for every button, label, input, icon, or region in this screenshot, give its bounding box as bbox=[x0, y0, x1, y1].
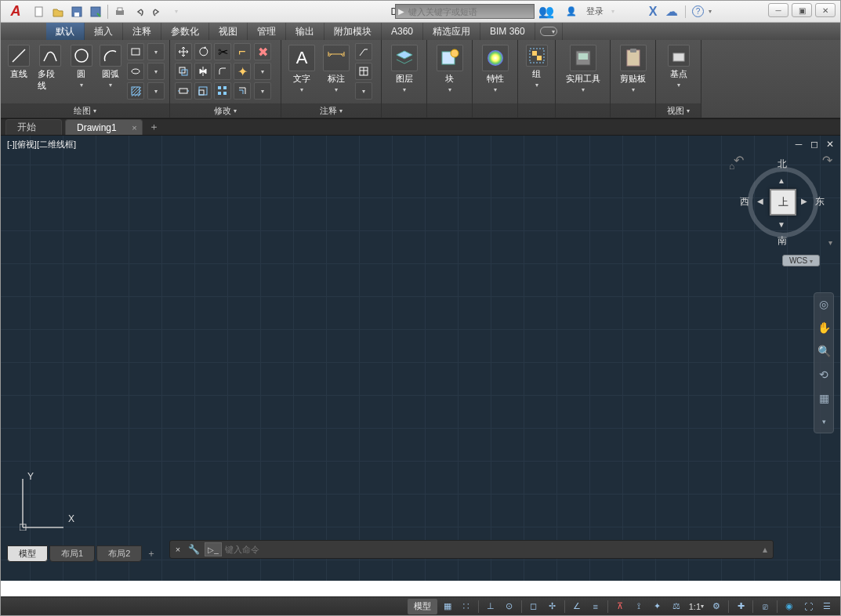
vc-face-top[interactable]: 上 bbox=[770, 189, 796, 216]
login-label[interactable]: 登录 bbox=[586, 5, 604, 17]
save-icon[interactable] bbox=[68, 3, 85, 20]
app-logo[interactable]: A bbox=[4, 2, 27, 22]
trim2-icon[interactable]: ⌐ bbox=[234, 43, 251, 60]
qp-icon[interactable]: ⟟ bbox=[630, 599, 647, 614]
maximize-button[interactable]: ▣ bbox=[792, 3, 812, 17]
mirror-icon[interactable] bbox=[194, 63, 212, 80]
utilities-button[interactable]: 实用工具▾ bbox=[564, 43, 603, 95]
tab-view[interactable]: 视图 bbox=[209, 23, 248, 40]
ann3-icon[interactable]: ▾ bbox=[355, 82, 372, 100]
command-input[interactable] bbox=[225, 545, 757, 554]
array-icon[interactable] bbox=[214, 82, 231, 100]
search-box[interactable]: ▶ bbox=[395, 4, 535, 19]
new-tab-button[interactable]: ＋ bbox=[146, 119, 163, 135]
layout-add-button[interactable]: ＋ bbox=[143, 547, 159, 560]
tab-parametric[interactable]: 参数化 bbox=[161, 23, 209, 40]
qat-dropdown-icon[interactable]: ▾ bbox=[168, 3, 185, 20]
scale-icon[interactable] bbox=[194, 82, 212, 100]
offset-icon[interactable] bbox=[234, 82, 251, 100]
dim-button[interactable]: 标注▾ bbox=[321, 43, 352, 95]
hatch2-icon[interactable]: ▾ bbox=[147, 82, 165, 100]
wcs-badge[interactable]: WCS ▾ bbox=[782, 255, 820, 266]
hatch-icon[interactable] bbox=[127, 82, 144, 100]
filetab-drawing1[interactable]: Drawing1× bbox=[65, 119, 143, 135]
people-icon[interactable]: 👥 bbox=[539, 5, 553, 19]
pan-icon[interactable]: ✋ bbox=[816, 320, 832, 335]
fillet-icon[interactable] bbox=[214, 63, 231, 80]
base-button[interactable]: 基点▾ bbox=[665, 43, 692, 90]
tab-a360[interactable]: A360 bbox=[382, 23, 423, 40]
tab-pill[interactable]: ▾ bbox=[535, 23, 563, 40]
ellipse-icon[interactable] bbox=[127, 63, 144, 80]
custom-icon[interactable]: ☰ bbox=[818, 599, 836, 614]
monitor-icon[interactable]: ⎚ bbox=[756, 599, 774, 614]
showmotion-icon[interactable]: ▦ bbox=[816, 390, 832, 406]
vc-east[interactable]: 东 bbox=[815, 195, 825, 208]
undo-icon[interactable] bbox=[130, 3, 147, 20]
otrack-icon[interactable]: ∠ bbox=[568, 599, 585, 614]
viewport-label[interactable]: [-][俯视][二维线框] bbox=[7, 139, 76, 150]
open-icon[interactable] bbox=[49, 3, 67, 20]
polyline-button[interactable]: 多段线 bbox=[35, 43, 65, 93]
gear-icon[interactable]: ⚙ bbox=[708, 599, 725, 614]
tab-insert[interactable]: 插入 bbox=[85, 23, 123, 40]
vc-up-arrow[interactable]: ▲ bbox=[778, 176, 785, 185]
group-button[interactable]: 组▾ bbox=[524, 43, 550, 90]
drawing-canvas[interactable]: [-][俯视][二维线框] ─ ◻ ✕ ⌂ ↶ ↷ 北 南 东 西 上 ▲ ▼ … bbox=[1, 136, 840, 581]
saveas-icon[interactable] bbox=[87, 3, 104, 20]
explode-icon[interactable]: ✦ bbox=[234, 63, 251, 80]
rotate-icon[interactable] bbox=[194, 43, 212, 60]
vp-close-icon[interactable]: ✕ bbox=[825, 139, 836, 150]
layout-model[interactable]: 模型 bbox=[7, 545, 48, 562]
trim-icon[interactable]: ✂ bbox=[214, 43, 231, 60]
redo-icon[interactable] bbox=[149, 3, 166, 20]
vc-north[interactable]: 北 bbox=[778, 158, 787, 171]
vc-right-arrow[interactable]: ▶ bbox=[801, 197, 807, 205]
nav-menu-icon[interactable]: ▾ bbox=[816, 414, 832, 429]
vc-down-arrow[interactable]: ▼ bbox=[778, 220, 785, 229]
zoom-icon[interactable]: 🔍 bbox=[816, 343, 832, 359]
layout-2[interactable]: 布局2 bbox=[96, 545, 142, 562]
spline-icon[interactable]: ▾ bbox=[147, 43, 165, 60]
ortho-icon[interactable]: ⊥ bbox=[482, 599, 499, 614]
osnap-icon[interactable]: ◻ bbox=[525, 599, 542, 614]
lwt-icon[interactable]: ≡ bbox=[587, 599, 604, 614]
copy-icon[interactable] bbox=[175, 63, 192, 80]
vp-max-icon[interactable]: ◻ bbox=[809, 139, 820, 150]
layout-1[interactable]: 布局1 bbox=[49, 545, 95, 562]
user-icon[interactable]: 👤 bbox=[564, 5, 578, 19]
modify2-icon[interactable]: ▾ bbox=[254, 63, 271, 80]
clean-icon[interactable]: ⛶ bbox=[799, 599, 817, 614]
scale-display[interactable]: 1:1 ▾ bbox=[687, 599, 706, 614]
vp-min-icon[interactable]: ─ bbox=[793, 139, 804, 150]
osnap3d-icon[interactable]: ✢ bbox=[544, 599, 561, 614]
annoscale-icon[interactable]: ⚖ bbox=[668, 599, 685, 614]
arc-button[interactable]: 圆弧▾ bbox=[97, 43, 124, 90]
table-icon[interactable] bbox=[355, 63, 372, 80]
close-tab-icon[interactable]: × bbox=[132, 123, 136, 132]
erase-icon[interactable]: ✖ bbox=[254, 43, 271, 60]
leader-icon[interactable] bbox=[355, 43, 372, 60]
properties-button[interactable]: 特性▾ bbox=[480, 43, 511, 95]
tpy-icon[interactable]: ⊼ bbox=[611, 599, 629, 614]
vc-left-arrow[interactable]: ◀ bbox=[757, 197, 763, 205]
close-button[interactable]: ✕ bbox=[815, 3, 836, 17]
orbit-icon[interactable]: ⟲ bbox=[816, 367, 832, 382]
command-line[interactable]: × 🔧 ▷_ ▴ bbox=[169, 540, 774, 559]
tab-default[interactable]: 默认 bbox=[46, 23, 85, 40]
iso-icon[interactable]: ◉ bbox=[781, 599, 798, 614]
tab-output[interactable]: 输出 bbox=[286, 23, 324, 40]
help-icon[interactable]: ? bbox=[692, 5, 704, 17]
stretch-icon[interactable] bbox=[175, 82, 192, 100]
ws-icon[interactable]: ✚ bbox=[732, 599, 749, 614]
search-input[interactable] bbox=[407, 7, 534, 16]
vc-south[interactable]: 南 bbox=[778, 234, 787, 248]
new-icon[interactable] bbox=[31, 3, 48, 20]
move-icon[interactable] bbox=[175, 43, 192, 60]
vc-menu-icon[interactable]: ▾ bbox=[828, 238, 832, 247]
clipboard-button[interactable]: 剪贴板▾ bbox=[618, 43, 649, 95]
text-button[interactable]: A文字▾ bbox=[286, 43, 317, 95]
snap-toggle-icon[interactable]: ⸬ bbox=[458, 599, 475, 614]
status-model[interactable]: 模型 bbox=[408, 599, 437, 614]
rect-icon[interactable] bbox=[127, 43, 144, 60]
